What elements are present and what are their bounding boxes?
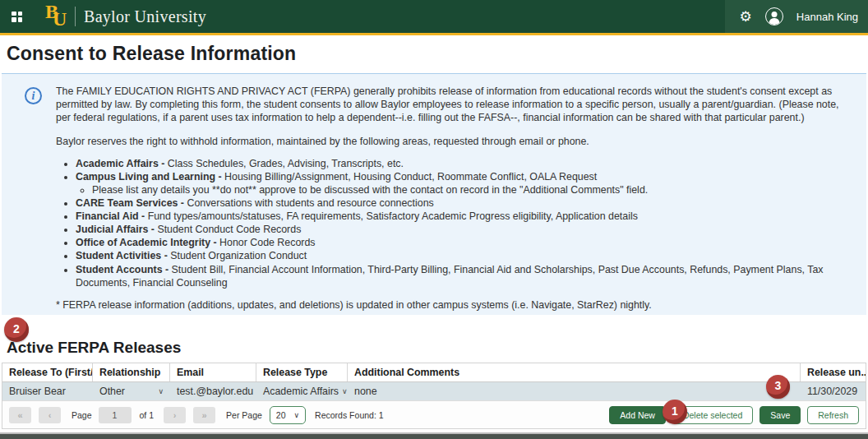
chevron-down-icon: ∨ [294,411,300,419]
per-page-label: Per Page [226,410,262,420]
app-grid-icon[interactable] [12,12,22,22]
list-item: CARE Team Services - Conversations with … [76,196,853,210]
page-of-label: of 1 [140,410,155,420]
bottom-bar [0,432,868,439]
cell-release-to: Bruiser Bear [2,382,93,400]
annotation-badge-3: 3 [766,375,790,399]
col-header-relationship: Relationship [93,363,170,381]
page-label: Page [72,410,92,420]
page-number-input[interactable] [99,407,132,423]
add-new-button[interactable]: Add New [609,406,666,424]
grid-toolbar: « ‹ Page of 1 › » Per Page 20 ∨ Records … [2,400,866,428]
per-page-select[interactable]: 20 ∨ [270,406,306,424]
user-avatar-icon[interactable] [765,7,783,25]
list-item: Judicial Affairs - Student Conduct Code … [76,223,853,236]
ferpa-info-box: i The FAMILY EDUCATION RIGHTS AND PRIVAC… [2,73,866,315]
cell-release-type-select[interactable]: Academic Affairs ∨ [256,382,348,400]
settings-gear-icon[interactable]: ⚙ [740,10,752,24]
brand-name: Baylor University [84,7,206,26]
refresh-button[interactable]: Refresh [807,406,859,424]
info-icon: i [25,87,42,104]
ferpa-paragraph-2: Baylor reserves the right to withhold in… [56,136,853,149]
table-row[interactable]: Bruiser Bear Other ∨ test.@baylor.edu Ac… [2,382,866,400]
cell-email[interactable]: test.@baylor.edu [170,382,256,400]
first-page-button[interactable]: « [9,407,31,423]
user-panel: ⚙ Hannah King [725,0,868,33]
cell-additional-comments[interactable]: none [348,382,801,400]
annotation-badge-1: 1 [663,400,687,424]
list-item: Campus Living and Learning - Housing Bil… [76,170,853,196]
list-item: Financial Aid - Fund types/amounts/statu… [76,210,853,223]
col-header-release-to: Release To (First/L... [2,363,93,381]
next-page-button[interactable]: › [164,407,186,423]
col-header-release-until: Release un... [801,363,866,381]
ferpa-footnote: * FERPA release information (additions, … [56,299,853,312]
chevron-down-icon[interactable]: ∨ [342,387,348,395]
cell-release-until: 11/30/2029 [801,382,866,400]
col-header-additional-comments: Additional Comments [348,363,801,381]
logo-letter-u: U [53,8,67,30]
baylor-bu-logo: B U [44,4,72,29]
list-item: Academic Affairs - Class Schedules, Grad… [76,157,853,170]
cell-relationship-select[interactable]: Other ∨ [93,382,170,400]
last-page-button[interactable]: » [193,407,215,423]
list-item: Office of Academic Integrity - Honor Cod… [76,236,853,249]
section-title: Active FERPA Releases [7,339,181,357]
ferpa-releases-grid: Release To (First/L... Relationship Emai… [2,363,866,429]
top-bar: B U Baylor University ⚙ Hannah King [0,0,868,33]
grid-header-row: Release To (First/L... Relationship Emai… [2,363,866,382]
ferpa-paragraph-1: The FAMILY EDUCATION RIGHTS AND PRIVACY … [56,85,853,125]
areas-list: Academic Affairs - Class Schedules, Grad… [76,157,853,289]
chevron-down-icon[interactable]: ∨ [158,387,164,395]
info-content: The FAMILY EDUCATION RIGHTS AND PRIVACY … [56,85,853,312]
col-header-email: Email [170,363,256,381]
user-name: Hannah King [796,11,858,23]
list-item: Student Activities - Student Organizatio… [76,249,853,262]
save-button[interactable]: Save [760,406,801,424]
app-window: B U Baylor University ⚙ Hannah King Cons… [0,0,868,439]
list-subitem: Please list any details you **do not** a… [92,183,853,196]
page-title: Consent to Release Information [7,43,296,65]
gold-accent-bar [0,33,868,35]
annotation-badge-2: 2 [4,317,29,342]
prev-page-button[interactable]: ‹ [39,407,61,423]
records-found-label: Records Found: 1 [315,410,383,420]
logo-divider [75,7,76,26]
list-item: Student Accounts - Student Bill, Financi… [76,263,853,289]
col-header-release-type: Release Type [256,363,348,381]
